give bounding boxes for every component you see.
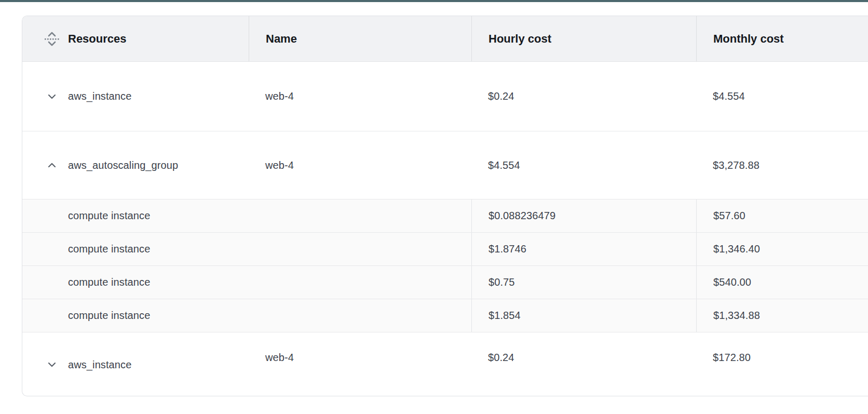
resource-cell[interactable]: aws_instance bbox=[22, 332, 249, 396]
component-name: compute instance bbox=[68, 310, 150, 322]
monthly-cost-value: $3,278.88 bbox=[713, 159, 760, 171]
chevron-down-icon[interactable] bbox=[46, 91, 58, 102]
hourly-cost-value: $4.554 bbox=[488, 159, 520, 171]
resource-name: aws_instance bbox=[68, 359, 131, 371]
monthly-cost-value: $1,334.88 bbox=[713, 310, 760, 322]
chevron-down-icon[interactable] bbox=[46, 359, 58, 370]
name-value: web-4 bbox=[265, 352, 294, 364]
column-header-hourly-cost: Hourly cost bbox=[471, 16, 696, 61]
table-row: aws_instance web-4 $0.24 $4.554 bbox=[22, 62, 868, 131]
component-row: compute instance $1.8746 $1,346.40 bbox=[22, 233, 868, 266]
hourly-cost-value: $0.24 bbox=[488, 352, 514, 364]
name-value: web-4 bbox=[265, 90, 294, 102]
hourly-cost-value: $1.854 bbox=[489, 310, 521, 322]
hourly-cost-value: $0.75 bbox=[489, 276, 515, 288]
hourly-cost-value: $0.088236479 bbox=[489, 210, 555, 222]
hourly-cost-value: $0.24 bbox=[488, 90, 514, 102]
monthly-cost-value: $1,346.40 bbox=[713, 243, 760, 255]
table-row: aws_instance web-4 $0.24 $172.80 bbox=[22, 332, 868, 396]
drag-reorder-icon[interactable] bbox=[44, 31, 60, 47]
component-row: compute instance $0.75 $540.00 bbox=[22, 266, 868, 299]
monthly-cost-value: $172.80 bbox=[713, 352, 751, 364]
hourly-cost-value: $1.8746 bbox=[489, 243, 526, 255]
column-header-label: Monthly cost bbox=[713, 32, 784, 46]
monthly-cost-value: $4.554 bbox=[713, 90, 745, 102]
resource-name: aws_instance bbox=[68, 90, 131, 102]
monthly-cost-value: $540.00 bbox=[713, 276, 751, 288]
resource-cell[interactable]: aws_instance bbox=[22, 62, 249, 131]
component-row: compute instance $1.854 $1,334.88 bbox=[22, 299, 868, 332]
monthly-cost-value: $57.60 bbox=[713, 210, 745, 222]
component-name: compute instance bbox=[68, 276, 150, 288]
resource-cell[interactable]: aws_autoscaling_group bbox=[22, 131, 249, 199]
column-header-label: Name bbox=[266, 32, 297, 46]
chevron-up-icon[interactable] bbox=[46, 159, 58, 171]
resource-name: aws_autoscaling_group bbox=[68, 159, 178, 171]
column-header-monthly-cost: Monthly cost bbox=[696, 16, 868, 61]
table-header-row: Resources Name Hourly cost Monthly cost bbox=[22, 16, 868, 62]
component-row: compute instance $0.088236479 $57.60 bbox=[22, 199, 868, 233]
column-header-resources: Resources bbox=[22, 16, 249, 61]
top-accent-bar bbox=[0, 0, 868, 2]
name-value: web-4 bbox=[265, 159, 294, 171]
table-row: aws_autoscaling_group web-4 $4.554 $3,27… bbox=[22, 131, 868, 199]
component-name: compute instance bbox=[68, 243, 150, 255]
component-name: compute instance bbox=[68, 210, 150, 222]
cost-table-card: Resources Name Hourly cost Monthly cost … bbox=[22, 16, 868, 396]
column-header-label: Resources bbox=[68, 32, 127, 46]
column-header-label: Hourly cost bbox=[489, 32, 551, 46]
column-header-name: Name bbox=[249, 16, 471, 61]
